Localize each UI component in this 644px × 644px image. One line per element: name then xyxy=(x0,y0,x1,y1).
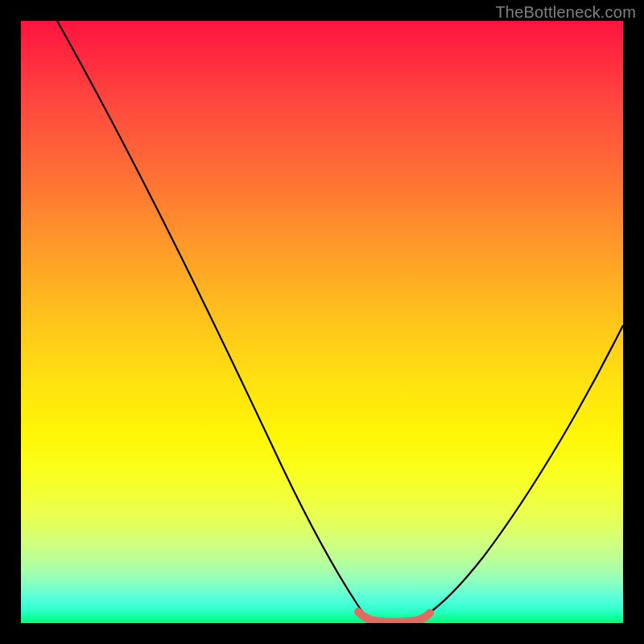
watermark-text: TheBottleneck.com xyxy=(495,3,636,22)
curve-layer xyxy=(21,21,623,623)
svg-point-7 xyxy=(419,615,425,621)
svg-point-1 xyxy=(364,615,370,621)
bottleneck-curve-left xyxy=(57,21,369,620)
flat-bottom-dots xyxy=(357,610,431,623)
plot-area xyxy=(21,21,623,623)
chart-stage: TheBottleneck.com xyxy=(0,0,644,644)
svg-point-8 xyxy=(425,611,431,617)
bottleneck-curve-right xyxy=(423,325,623,617)
svg-point-0 xyxy=(357,610,363,617)
